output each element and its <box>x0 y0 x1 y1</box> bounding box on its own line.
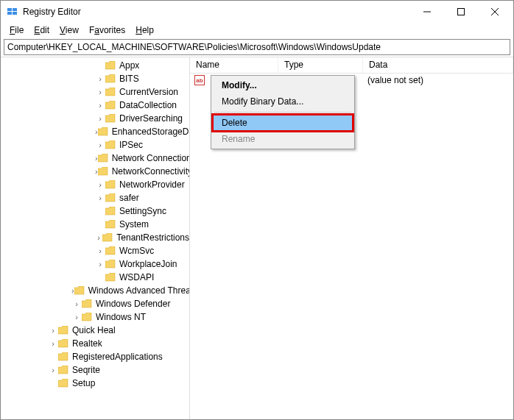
ctx-modify-binary[interactable]: Modify Binary Data... <box>213 93 353 110</box>
tree-item[interactable]: ›DriverSearching <box>1 112 189 125</box>
ctx-modify[interactable]: Modify... <box>213 77 353 93</box>
menu-help[interactable]: Help <box>131 24 158 36</box>
string-value-icon: ab <box>194 75 205 85</box>
chevron-right-icon[interactable]: › <box>71 299 82 308</box>
maximize-button[interactable] <box>444 1 478 23</box>
tree-item[interactable]: ›Realtek <box>1 337 189 350</box>
tree-item[interactable]: ›Network Connections <box>1 152 189 165</box>
tree-item[interactable]: ›NetworkProvider <box>1 178 189 191</box>
tree-item[interactable]: Appx <box>1 59 189 72</box>
tree-item[interactable]: SettingSync <box>1 204 189 218</box>
tree-label: safer <box>118 193 139 203</box>
tree-item[interactable]: ›safer <box>1 191 189 204</box>
column-headers: Name Type Data <box>190 57 513 74</box>
folder-icon <box>58 352 68 361</box>
folder-icon <box>82 313 92 321</box>
tree-label: IPSec <box>118 140 143 150</box>
tree-label: EnhancedStorageDevices <box>110 127 190 137</box>
tree-item[interactable]: ›Windows Advanced Threat Protection <box>1 284 189 297</box>
chevron-right-icon[interactable]: › <box>95 114 105 123</box>
tree-label: DataCollection <box>118 100 177 110</box>
folder-icon <box>105 101 116 110</box>
folder-icon <box>105 88 116 96</box>
tree-label: Appx <box>118 60 139 71</box>
tree-item[interactable]: ›Quick Heal <box>1 324 189 337</box>
chevron-right-icon[interactable]: › <box>95 193 105 202</box>
tree-item[interactable]: WSDAPI <box>1 271 189 284</box>
ctx-delete[interactable]: Delete <box>213 115 353 131</box>
folder-icon <box>105 180 116 189</box>
tree-label: Windows Defender <box>94 299 170 309</box>
tree-label: BITS <box>118 74 139 84</box>
tree-pane[interactable]: Appx›BITS›CurrentVersion›DataCollection›… <box>1 57 190 419</box>
chevron-right-icon[interactable]: › <box>95 260 105 268</box>
chevron-right-icon[interactable]: › <box>95 246 105 255</box>
address-bar[interactable]: Computer\HKEY_LOCAL_MACHINE\SOFTWARE\Pol… <box>4 39 510 55</box>
tree-item[interactable]: RegisteredApplications <box>1 350 189 363</box>
folder-icon <box>105 260 116 268</box>
folder-icon <box>105 114 116 123</box>
column-type[interactable]: Type <box>278 57 363 73</box>
tree-item[interactable]: ›DataCollection <box>1 99 189 112</box>
folder-icon <box>82 299 92 308</box>
tree-label: WSDAPI <box>118 272 154 282</box>
tree-label: NetworkConnectivityStatusIndicator <box>110 166 190 177</box>
chevron-right-icon[interactable]: › <box>95 74 105 83</box>
chevron-right-icon[interactable]: › <box>95 101 105 110</box>
tree-item[interactable]: System <box>1 218 189 231</box>
column-name[interactable]: Name <box>190 57 278 73</box>
list-body[interactable]: ab (value not set) Modify... Modify Bina… <box>190 74 513 419</box>
tree-item[interactable]: ›IPSec <box>1 138 189 152</box>
folder-icon <box>58 326 68 335</box>
chevron-right-icon[interactable]: › <box>48 366 58 374</box>
chevron-right-icon[interactable]: › <box>95 233 102 242</box>
folder-icon <box>105 61 116 70</box>
menu-edit[interactable]: Edit <box>29 24 54 36</box>
chevron-right-icon[interactable]: › <box>48 326 58 335</box>
tree-item[interactable]: ›WcmSvc <box>1 244 189 257</box>
chevron-right-icon[interactable]: › <box>71 313 82 321</box>
tree-item[interactable]: ›Windows Defender <box>1 297 189 310</box>
folder-icon <box>58 379 68 388</box>
tree-label: TenantRestrictions <box>115 232 189 243</box>
content-area: Appx›BITS›CurrentVersion›DataCollection›… <box>1 57 513 419</box>
tree-label: NetworkProvider <box>118 179 185 190</box>
tree-label: DriverSearching <box>118 113 183 124</box>
menu-favorites[interactable]: Favorites <box>85 24 130 36</box>
folder-icon <box>98 127 108 136</box>
tree-label: Seqrite <box>71 365 100 375</box>
svg-rect-2 <box>7 12 12 15</box>
tree-label: Quick Heal <box>71 325 116 335</box>
tree-label: Network Connections <box>110 153 190 163</box>
menu-bar: File Edit View Favorites Help <box>1 23 513 38</box>
menu-file[interactable]: File <box>5 24 28 36</box>
tree-item[interactable]: ›TenantRestrictions <box>1 231 189 244</box>
column-data[interactable]: Data <box>363 57 513 73</box>
folder-icon <box>105 207 116 216</box>
svg-rect-0 <box>7 8 12 11</box>
chevron-right-icon[interactable]: › <box>95 140 105 149</box>
tree-item[interactable]: ›BITS <box>1 72 189 85</box>
title-bar: Registry Editor <box>1 1 513 23</box>
menu-view[interactable]: View <box>55 24 83 36</box>
close-button[interactable] <box>478 1 512 23</box>
tree-label: Windows NT <box>94 312 146 322</box>
tree-label: CurrentVersion <box>118 87 178 97</box>
tree-item[interactable]: ›NetworkConnectivityStatusIndicator <box>1 165 189 178</box>
tree-label: Setup <box>71 378 95 388</box>
tree-item[interactable]: ›EnhancedStorageDevices <box>1 125 189 138</box>
tree-item[interactable]: ›CurrentVersion <box>1 85 189 99</box>
tree-item[interactable]: Setup <box>1 377 189 390</box>
tree-label: Windows Advanced Threat Protection <box>87 285 190 296</box>
svg-rect-5 <box>458 9 465 15</box>
tree-item[interactable]: ›WorkplaceJoin <box>1 257 189 271</box>
tree-label: Realtek <box>71 338 102 349</box>
chevron-right-icon[interactable]: › <box>48 339 58 348</box>
folder-icon <box>105 220 116 229</box>
chevron-right-icon[interactable]: › <box>95 88 105 96</box>
chevron-right-icon[interactable]: › <box>95 180 105 189</box>
tree-item[interactable]: ›Seqrite <box>1 363 189 377</box>
minimize-button[interactable] <box>410 1 444 23</box>
tree-label: WorkplaceJoin <box>118 259 177 269</box>
tree-item[interactable]: ›Windows NT <box>1 310 189 324</box>
